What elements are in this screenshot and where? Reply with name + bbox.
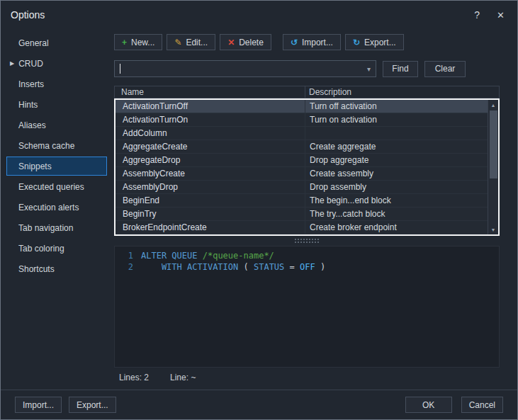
cell-name: ActivationTurnOff <box>116 100 305 113</box>
code-token: = <box>290 262 300 272</box>
export-arrow-icon: ↻ <box>353 38 360 47</box>
cell-name: BrokerEndpointCreate <box>116 221 305 234</box>
sidebar-item-inserts[interactable]: Inserts <box>1 74 108 94</box>
line-number: 1 <box>119 250 133 261</box>
import-arrow-icon: ↺ <box>291 38 298 47</box>
cell-name: AggregateCreate <box>116 140 305 153</box>
edit-button[interactable]: ✎Edit... <box>167 34 215 50</box>
code-token: OFF <box>300 262 315 272</box>
column-header-description[interactable]: Description <box>305 87 499 97</box>
column-header-name[interactable]: Name <box>115 86 305 98</box>
scroll-down-button[interactable]: ▼ <box>488 225 498 234</box>
sidebar-item-executed-queries[interactable]: Executed queries <box>1 176 108 197</box>
code-line: 2 WITH ACTIVATION ( STATUS = OFF ) <box>115 261 499 273</box>
table-row[interactable]: ActivationTurnOnTurn on activation <box>116 113 488 127</box>
sidebar-item-snippets[interactable]: Snippets <box>6 157 107 176</box>
plus-icon: + <box>122 38 127 47</box>
table-row[interactable]: AssemblyCreateCreate assembly <box>116 167 488 181</box>
options-dialog: Options ? ✕ General ▶CRUD Inserts Hints … <box>0 0 518 420</box>
import-button-label: Import... <box>302 38 333 47</box>
sidebar-item-label: Aliases <box>18 120 46 130</box>
table-row[interactable]: BeginEndThe begin...end block <box>116 194 488 208</box>
sidebar-item-general[interactable]: General <box>1 33 108 53</box>
sidebar-item-label: Snippets <box>18 161 52 171</box>
export-button[interactable]: ↻Export... <box>345 34 404 50</box>
ok-button[interactable]: OK <box>405 397 452 413</box>
lines-count: Lines: 2 <box>119 373 149 382</box>
new-button[interactable]: +New... <box>114 34 162 50</box>
code-token: ( <box>244 262 254 272</box>
cancel-button-label: Cancel <box>469 400 495 410</box>
search-row: ▾ Find Clear <box>114 60 500 77</box>
snippets-table: ActivationTurnOffTurn off activation Act… <box>114 98 500 236</box>
line-number: 2 <box>119 261 133 273</box>
close-button[interactable]: ✕ <box>497 11 505 20</box>
cell-name: AggregateDrop <box>116 154 305 166</box>
sidebar-item-label: General <box>18 38 49 48</box>
table-row[interactable]: BrokerEndpointCreateCreate broker endpoi… <box>116 221 488 234</box>
cell-description: Turn on activation <box>305 115 488 125</box>
sidebar-item-label: Hints <box>18 100 38 110</box>
cancel-button[interactable]: Cancel <box>461 397 503 413</box>
ok-button-label: OK <box>422 400 434 410</box>
cell-name: BeginEnd <box>116 194 305 207</box>
sidebar-item-tab-coloring[interactable]: Tab coloring <box>1 238 108 259</box>
export-button-label: Export... <box>364 38 396 47</box>
snippet-code-preview[interactable]: 1ALTER QUEUE /*queue-name*/ 2 WITH ACTIV… <box>114 246 500 368</box>
sidebar-item-crud[interactable]: ▶CRUD <box>1 53 108 74</box>
scroll-up-button[interactable]: ▲ <box>488 100 498 110</box>
search-combobox[interactable]: ▾ <box>114 60 376 77</box>
search-input[interactable] <box>120 63 365 74</box>
table-row[interactable]: AggregateCreateCreate aggregate <box>116 140 488 154</box>
cell-name: AssemblyDrop <box>116 181 305 193</box>
sidebar-item-label: CRUD <box>18 59 43 69</box>
cell-description: Drop aggregate <box>305 155 488 165</box>
window-title: Options <box>11 9 45 21</box>
titlebar: Options ? ✕ <box>1 1 517 29</box>
import-button[interactable]: ↺Import... <box>283 34 341 50</box>
dialog-footer: Import... Export... OK Cancel <box>1 390 517 419</box>
help-button[interactable]: ? <box>474 10 480 20</box>
vertical-scrollbar[interactable]: ▲ ▼ <box>488 100 498 234</box>
pencil-icon: ✎ <box>174 38 181 47</box>
sidebar-item-label: Schema cache <box>18 141 74 151</box>
table-row[interactable]: AddColumn <box>116 127 488 140</box>
edit-button-label: Edit... <box>186 38 208 47</box>
delete-button[interactable]: ✕Delete <box>220 34 271 50</box>
sidebar-item-label: Inserts <box>18 79 44 89</box>
cell-description: Create assembly <box>305 169 488 178</box>
sidebar-item-label: Shortcuts <box>18 264 55 274</box>
footer-right-buttons: OK Cancel <box>405 397 503 413</box>
sidebar-item-shortcuts[interactable]: Shortcuts <box>1 259 108 279</box>
code-line: 1ALTER QUEUE /*queue-name*/ <box>115 250 499 261</box>
scroll-thumb[interactable] <box>490 110 497 178</box>
sidebar-item-label: Execution alerts <box>18 203 79 212</box>
import-options-button[interactable]: Import... <box>15 397 62 413</box>
table-row[interactable]: ActivationTurnOffTurn off activation <box>116 100 488 113</box>
export-options-button[interactable]: Export... <box>69 397 116 413</box>
table-row[interactable]: AssemblyDropDrop assembly <box>116 181 488 194</box>
sidebar-item-hints[interactable]: Hints <box>1 94 108 115</box>
grip-dots-icon <box>295 239 319 243</box>
chevron-down-icon[interactable]: ▾ <box>365 65 373 73</box>
code-token: ) <box>315 262 325 272</box>
delete-button-label: Delete <box>239 38 264 47</box>
sidebar-item-label: Tab navigation <box>18 223 73 233</box>
code-token: /*queue-name*/ <box>203 251 274 261</box>
find-button-label: Find <box>392 64 408 74</box>
splitter-handle[interactable] <box>114 236 500 246</box>
main-panel: +New... ✎Edit... ✕Delete ↺Import... ↻Exp… <box>108 29 517 390</box>
sidebar-item-tab-navigation[interactable]: Tab navigation <box>1 217 108 238</box>
new-button-label: New... <box>131 38 154 47</box>
table-row[interactable]: BeginTryThe try...catch block <box>116 208 488 221</box>
cell-name: AssemblyCreate <box>116 167 305 180</box>
sidebar-item-schema-cache[interactable]: Schema cache <box>1 135 108 156</box>
table-row[interactable]: AggregateDropDrop aggregate <box>116 154 488 167</box>
cell-name: ActivationTurnOn <box>116 113 305 126</box>
clear-button-label: Clear <box>435 64 456 74</box>
sidebar-item-execution-alerts[interactable]: Execution alerts <box>1 197 108 217</box>
find-button[interactable]: Find <box>383 61 418 77</box>
clear-button[interactable]: Clear <box>424 61 466 77</box>
footer-left-buttons: Import... Export... <box>15 397 116 413</box>
sidebar-item-aliases[interactable]: Aliases <box>1 115 108 135</box>
